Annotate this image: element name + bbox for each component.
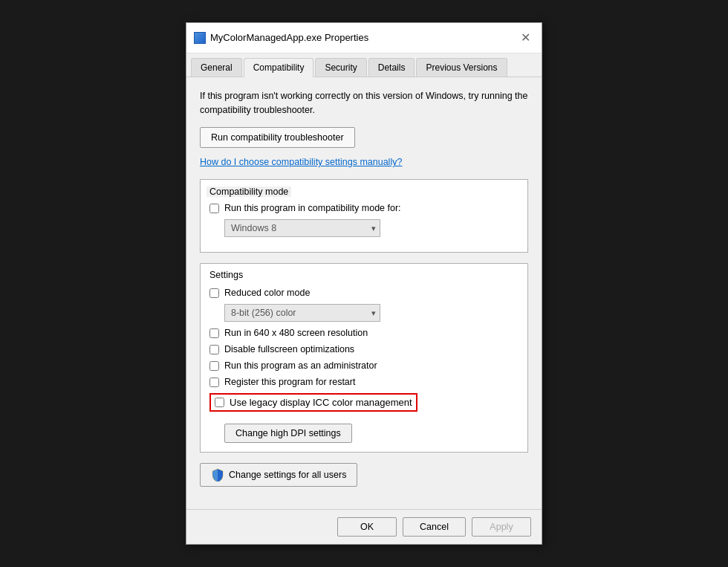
legacy-icc-label[interactable]: Use legacy display ICC color management [230, 397, 412, 408]
change-settings-label: Change settings for all users [229, 470, 346, 480]
cancel-button[interactable]: Cancel [403, 517, 466, 537]
reduced-color-checkbox[interactable] [209, 288, 219, 298]
fullscreen-checkbox[interactable] [209, 345, 219, 354]
tab-previous-versions[interactable]: Previous Versions [416, 58, 507, 77]
close-button[interactable]: ✕ [516, 29, 534, 47]
compatibility-dropdown-row: Windows 8 [224, 219, 519, 237]
change-settings-button[interactable]: Change settings for all users [200, 463, 357, 487]
reduced-color-label[interactable]: Reduced color mode [224, 288, 310, 298]
reduced-color-row: Reduced color mode [209, 288, 519, 298]
compatibility-group-label: Compatibility mode [207, 187, 291, 197]
troubleshooter-button[interactable]: Run compatibility troubleshooter [200, 127, 355, 148]
tab-security[interactable]: Security [315, 58, 366, 77]
compatibility-mode-checkbox[interactable] [209, 204, 219, 213]
admin-label[interactable]: Run this program as an administrator [224, 360, 377, 371]
compatibility-dropdown[interactable]: Windows 8 [224, 219, 380, 237]
tab-general[interactable]: General [191, 58, 242, 77]
window-title: MyColorManagedApp.exe Properties [210, 32, 368, 43]
resolution-row: Run in 640 x 480 screen resolution [209, 328, 519, 338]
fullscreen-label[interactable]: Disable fullscreen optimizations [224, 344, 354, 354]
apply-button[interactable]: Apply [472, 517, 531, 537]
restart-checkbox[interactable] [209, 378, 219, 387]
settings-group: Settings Reduced color mode 8-bit (256) … [200, 263, 528, 453]
resolution-checkbox[interactable] [209, 328, 219, 338]
intro-text: If this program isn't working correctly … [200, 89, 528, 117]
properties-window: MyColorManagedApp.exe Properties ✕ Gener… [186, 22, 542, 545]
restart-row: Register this program for restart [209, 377, 519, 387]
manual-link[interactable]: How do I choose compatibility settings m… [200, 157, 528, 167]
change-settings-row: Change settings for all users [200, 463, 528, 487]
color-dropdown-wrapper: 8-bit (256) color [224, 304, 380, 322]
fullscreen-row: Disable fullscreen optimizations [209, 344, 519, 354]
compatibility-dropdown-wrapper: Windows 8 [224, 219, 380, 237]
window-icon [194, 32, 206, 44]
color-dropdown-row: 8-bit (256) color [224, 304, 519, 322]
tab-details[interactable]: Details [368, 58, 415, 77]
compatibility-mode-label[interactable]: Run this program in compatibility mode f… [224, 203, 401, 213]
title-bar: MyColorManagedApp.exe Properties ✕ [186, 23, 542, 54]
color-dropdown[interactable]: 8-bit (256) color [224, 304, 380, 322]
legacy-icc-highlight: Use legacy display ICC color management [209, 393, 417, 412]
compatibility-checkbox-row: Run this program in compatibility mode f… [209, 203, 519, 213]
compatibility-mode-group: Compatibility mode Run this program in c… [200, 179, 528, 253]
legacy-icc-row: Use legacy display ICC color management [209, 393, 519, 415]
legacy-icc-checkbox[interactable] [215, 398, 224, 407]
tab-bar: General Compatibility Security Details P… [186, 54, 542, 77]
tab-content: If this program isn't working correctly … [186, 77, 542, 510]
bottom-bar: OK Cancel Apply [186, 509, 542, 544]
resolution-label[interactable]: Run in 640 x 480 screen resolution [224, 328, 368, 338]
admin-row: Run this program as an administrator [209, 360, 519, 371]
title-bar-left: MyColorManagedApp.exe Properties [194, 32, 368, 44]
tab-compatibility[interactable]: Compatibility [244, 58, 314, 77]
restart-label[interactable]: Register this program for restart [224, 377, 355, 387]
admin-checkbox[interactable] [209, 361, 219, 371]
settings-label: Settings [209, 270, 519, 280]
change-dpi-button[interactable]: Change high DPI settings [224, 424, 352, 443]
shield-icon [211, 468, 224, 482]
ok-button[interactable]: OK [337, 517, 397, 537]
